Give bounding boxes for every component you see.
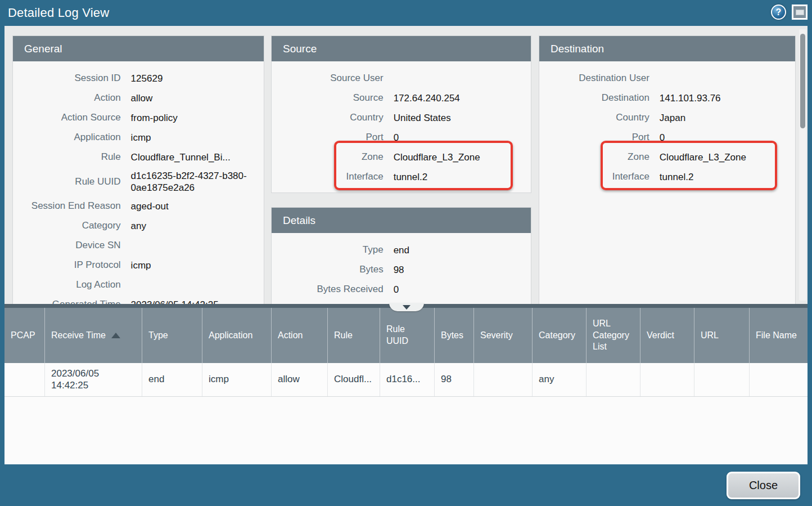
table-cell-severity	[474, 363, 533, 396]
field-row-session-id: Session ID125629	[13, 69, 264, 88]
field-value: icmp	[131, 132, 264, 144]
field-value: tunnel.2	[660, 171, 795, 183]
column-header-bytes[interactable]: Bytes	[435, 308, 474, 363]
table-cell-url	[694, 363, 750, 396]
column-label: Category	[539, 330, 575, 342]
column-header-file-name[interactable]: File Name	[750, 308, 808, 363]
table-cell-pcap	[4, 363, 45, 396]
column-header-category[interactable]: Category	[533, 308, 587, 363]
column-header-action[interactable]: Action	[272, 308, 328, 363]
column-header-verdict[interactable]: Verdict	[640, 308, 694, 363]
column-label: Bytes	[441, 330, 463, 342]
column-header-rule[interactable]: Rule	[328, 308, 380, 363]
field-row-destination-interface: Interfacetunnel.2	[539, 167, 795, 187]
table-cell-category: any	[533, 363, 587, 396]
column-label: File Name	[756, 330, 797, 342]
field-label: Interface	[272, 171, 394, 182]
column-header-severity[interactable]: Severity	[474, 308, 533, 363]
sort-ascending-icon	[111, 333, 120, 338]
table-cell-action: allow	[272, 363, 328, 396]
field-value: 0	[394, 132, 531, 144]
destination-panel-body: Destination User Destination141.101.93.7…	[539, 61, 795, 187]
field-value: from-policy	[131, 112, 264, 124]
field-row-source-country: CountryUnited States	[272, 108, 531, 128]
field-row-source-interface: Interfacetunnel.2	[272, 167, 531, 187]
page-title: Detailed Log View	[0, 6, 109, 20]
window-restore-icon[interactable]	[792, 5, 808, 20]
column-header-receive-time[interactable]: Receive Time	[45, 308, 142, 363]
field-label: Action	[13, 92, 131, 104]
field-label: Interface	[539, 171, 660, 182]
field-row-destination-port: Port0	[539, 128, 795, 147]
column-header-application[interactable]: Application	[202, 308, 272, 363]
general-panel-header: General	[13, 36, 264, 61]
field-row-rule-uuid: Rule UUIDd1c16235-b2f2-4327-b380-0ae1875…	[13, 167, 264, 196]
field-row-session-end-reason: Session End Reasonaged-out	[13, 196, 264, 216]
field-row-application: Applicationicmp	[13, 128, 264, 147]
table-cell-rule-uuid: d1c16...	[380, 363, 435, 396]
close-button[interactable]: Close	[727, 472, 800, 499]
field-value: Japan	[660, 112, 795, 124]
field-value: any	[131, 220, 264, 232]
field-value: United States	[394, 112, 531, 124]
field-label: Session ID	[13, 73, 131, 84]
column-label: Rule	[334, 330, 353, 342]
field-label: Port	[272, 132, 394, 143]
field-value: 141.101.93.76	[660, 92, 795, 104]
field-row-source-zone: ZoneCloudflare_L3_Zone	[272, 147, 531, 167]
column-header-pcap[interactable]: PCAP	[4, 308, 45, 363]
table-cell-bytes: 98	[435, 363, 474, 396]
details-panel: Details Typeend Bytes98 Bytes Received0	[271, 207, 531, 304]
field-row-category: Categoryany	[13, 216, 264, 236]
field-label: Session End Reason	[13, 200, 131, 212]
column-label: URL Category List	[593, 318, 632, 353]
field-label: Bytes	[272, 264, 394, 275]
table-cell-rule: Cloudfl...	[328, 363, 380, 396]
field-row-log-action: Log Action	[13, 275, 264, 295]
field-row-ip-protocol: IP Protocolicmp	[13, 256, 264, 275]
table-cell-application: icmp	[202, 363, 272, 396]
scrollbar-thumb[interactable]	[800, 34, 805, 128]
field-value: Cloudflare_L3_Zone	[394, 151, 531, 163]
dialog-titlebar: Detailed Log View ?	[0, 0, 812, 26]
titlebar-icons: ?	[771, 5, 808, 20]
column-label: Type	[148, 330, 168, 342]
field-row-destination-zone: ZoneCloudflare_L3_Zone	[539, 147, 795, 167]
field-label: Country	[272, 112, 394, 123]
field-row-destination-country: CountryJapan	[539, 108, 795, 128]
dialog-footer: Close	[0, 464, 812, 506]
table-row[interactable]: 2023/06/05 14:42:25 end icmp allow Cloud…	[4, 363, 808, 397]
field-row-bytes-received: Bytes Received0	[272, 280, 531, 299]
help-icon[interactable]: ?	[771, 5, 786, 20]
column-header-type[interactable]: Type	[142, 308, 202, 363]
collapse-handle[interactable]	[389, 303, 424, 311]
field-value: icmp	[131, 259, 264, 271]
field-label: Country	[539, 112, 660, 123]
table-cell-verdict	[640, 363, 694, 396]
field-value: 172.64.240.254	[394, 92, 531, 104]
details-panel-header: Details	[272, 208, 531, 233]
column-label: URL	[701, 330, 719, 342]
source-panel-header: Source	[272, 36, 531, 61]
field-row-rule: RuleCloudflare_Tunnel_Bi...	[13, 147, 264, 167]
field-label: IP Protocol	[13, 259, 131, 271]
field-row-action: Actionallow	[13, 88, 264, 108]
log-table-header: PCAP Receive Time Type Application Actio…	[4, 308, 808, 363]
column-label: Verdict	[647, 330, 674, 342]
field-value: end	[394, 244, 531, 256]
field-row-source: Source172.64.240.254	[272, 88, 531, 108]
field-label: Port	[539, 132, 660, 143]
source-panel: Source Source User Source172.64.240.254 …	[271, 35, 531, 193]
field-label: Rule UUID	[13, 176, 131, 187]
chevron-down-icon	[403, 305, 410, 310]
column-header-rule-uuid[interactable]: Rule UUID	[380, 308, 435, 363]
column-header-url[interactable]: URL	[694, 308, 750, 363]
vertical-scrollbar[interactable]	[799, 29, 806, 301]
field-row-bytes: Bytes98	[272, 260, 531, 280]
column-header-url-category-list[interactable]: URL Category List	[587, 308, 640, 363]
field-value: 0	[660, 132, 795, 144]
field-label: Device SN	[13, 240, 131, 251]
field-value: aged-out	[131, 200, 264, 212]
column-label: Rule UUID	[386, 324, 426, 347]
general-panel-body: Session ID125629 Actionallow Action Sour…	[13, 61, 264, 304]
